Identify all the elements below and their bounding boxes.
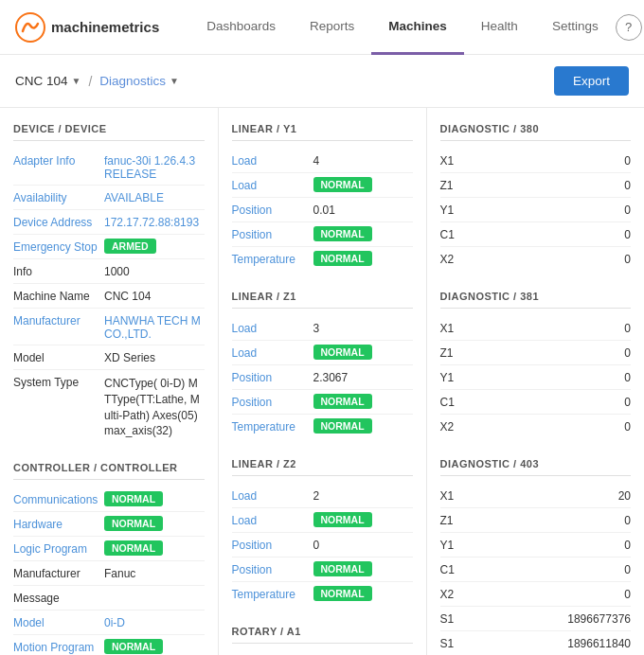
breadcrumb-page-label: Diagnostics	[99, 74, 166, 88]
row-label: Manufacturer	[13, 565, 98, 580]
table-row: Y10	[440, 198, 632, 222]
table-row: S11896677376	[440, 607, 632, 631]
row-label: S1	[440, 635, 467, 650]
table-row: LoadNORMAL	[232, 508, 413, 533]
row-value: CNCType( 0i-D) MTType(TT:Lathe, Multi-Pa…	[104, 374, 205, 439]
section-3: ROTARY / A1Angle0.507Load0LoadNORMALPosi…	[232, 626, 413, 655]
section-title: DEVICE / DEVICE	[13, 123, 205, 141]
row-label: S1	[440, 611, 467, 626]
table-row: Logic ProgramNORMAL	[13, 537, 205, 561]
table-row: LoadNORMAL	[232, 341, 413, 365]
table-row: TemperatureNORMAL	[232, 415, 413, 439]
row-label: Load	[232, 320, 308, 335]
table-row: X10	[440, 149, 632, 173]
table-row: Position2.3067	[232, 365, 413, 390]
status-badge: NORMAL	[313, 394, 372, 409]
row-label: Temperature	[232, 586, 308, 601]
help-button[interactable]: ?	[616, 14, 642, 41]
row-value: 0	[473, 586, 632, 601]
row-label: Position	[232, 537, 308, 552]
row-value: HANWHA TECH M CO.,LTD.	[104, 312, 205, 341]
row-label: Load	[232, 487, 308, 503]
export-button[interactable]: Export	[554, 66, 629, 96]
breadcrumb-machine-label: CNC 104	[15, 74, 68, 88]
status-badge: NORMAL	[313, 586, 372, 601]
nav-link-settings[interactable]: Settings	[535, 0, 616, 55]
breadcrumb-page[interactable]: Diagnostics ▼	[99, 74, 179, 88]
section-title: DIAGNOSTIC / 380	[440, 123, 632, 141]
row-label: Position	[232, 226, 308, 241]
row-label: Z1	[440, 345, 467, 360]
table-row: Info1000	[13, 259, 205, 284]
row-value: 0	[473, 177, 632, 192]
row-label: Position	[232, 394, 308, 409]
row-label: Temperature	[232, 251, 308, 266]
row-label: Position	[232, 369, 308, 384]
table-row: X20	[440, 415, 632, 439]
row-label: Y1	[440, 369, 467, 384]
row-value: 0	[313, 537, 413, 552]
table-row: Model0i-D	[13, 611, 205, 635]
row-label: C1	[440, 561, 467, 576]
row-label: Communications	[13, 491, 98, 506]
row-value: 1000	[104, 263, 205, 278]
row-value: 0	[473, 418, 632, 434]
breadcrumb-machine[interactable]: CNC 104 ▼	[15, 74, 80, 88]
table-row: Y10	[440, 533, 632, 558]
right-column: DIAGNOSTIC / 380X10Z10Y10C10X20DIAGNOSTI…	[427, 108, 645, 655]
row-value: 2	[313, 487, 413, 503]
status-badge: NORMAL	[313, 418, 372, 434]
table-row: Device Address172.17.72.88:8193	[13, 210, 205, 235]
row-value: Fanuc	[104, 565, 205, 580]
nav-links: Dashboards Reports Machines Health Setti…	[189, 0, 615, 55]
status-badge: NORMAL	[104, 491, 163, 506]
row-label: Hardware	[13, 516, 98, 531]
section-2: LINEAR / Z2Load2LoadNORMALPosition0Posit…	[232, 458, 413, 607]
table-row: Emergency StopARMED	[13, 235, 205, 259]
nav-link-health[interactable]: Health	[464, 0, 535, 55]
table-row: TemperatureNORMAL	[232, 247, 413, 272]
table-row: ManufacturerFanuc	[13, 561, 205, 586]
table-row: PositionNORMAL	[232, 558, 413, 582]
table-row: CommunicationsNORMAL	[13, 487, 205, 512]
row-value: 4	[313, 152, 413, 168]
row-label: Motion Program	[13, 639, 98, 654]
row-label: Z1	[440, 512, 467, 527]
logo: machinemetrics	[15, 12, 159, 43]
table-row: TemperatureNORMAL	[232, 582, 413, 607]
status-badge: NORMAL	[313, 512, 372, 527]
table-row: Load2	[232, 484, 413, 508]
status-badge: NORMAL	[313, 561, 372, 576]
table-row: Position0.01	[232, 198, 413, 222]
nav-link-machines[interactable]: Machines	[371, 0, 464, 55]
section-1: LINEAR / Z1Load3LoadNORMALPosition2.3067…	[232, 291, 413, 439]
row-value: 0i-D	[104, 614, 205, 629]
section-0: DIAGNOSTIC / 380X10Z10Y10C10X20	[440, 123, 632, 272]
row-value: XD Series	[104, 349, 205, 364]
table-row: X10	[440, 316, 632, 341]
row-label: Position	[232, 561, 308, 576]
row-label: Load	[232, 512, 308, 527]
nav-link-reports[interactable]: Reports	[293, 0, 371, 55]
status-badge: NORMAL	[313, 177, 372, 192]
row-value: 0	[473, 537, 632, 552]
section-title: ROTARY / A1	[232, 626, 413, 644]
section-title: LINEAR / Y1	[232, 123, 413, 141]
chevron-down-icon: ▼	[72, 76, 81, 86]
table-row: C10	[440, 222, 632, 247]
row-label: Y1	[440, 537, 467, 552]
nav-link-dashboards[interactable]: Dashboards	[189, 0, 293, 55]
table-row: ManufacturerHANWHA TECH M CO.,LTD.	[13, 309, 205, 345]
table-row: HardwareNORMAL	[13, 512, 205, 537]
logo-text: machinemetrics	[51, 19, 159, 35]
section-2: DIAGNOSTIC / 403X120Z10Y10C10X20S1189667…	[440, 458, 632, 655]
row-value: CNC 104	[104, 288, 205, 303]
row-label: Z1	[440, 177, 467, 192]
table-row: PositionNORMAL	[232, 222, 413, 247]
row-value: 2.3067	[313, 369, 413, 384]
nav-icons: ?	[616, 14, 644, 41]
row-value: 1896677376	[473, 611, 632, 626]
status-badge: NORMAL	[104, 540, 163, 556]
row-value: 0	[473, 561, 632, 576]
row-label: Model	[13, 614, 98, 629]
